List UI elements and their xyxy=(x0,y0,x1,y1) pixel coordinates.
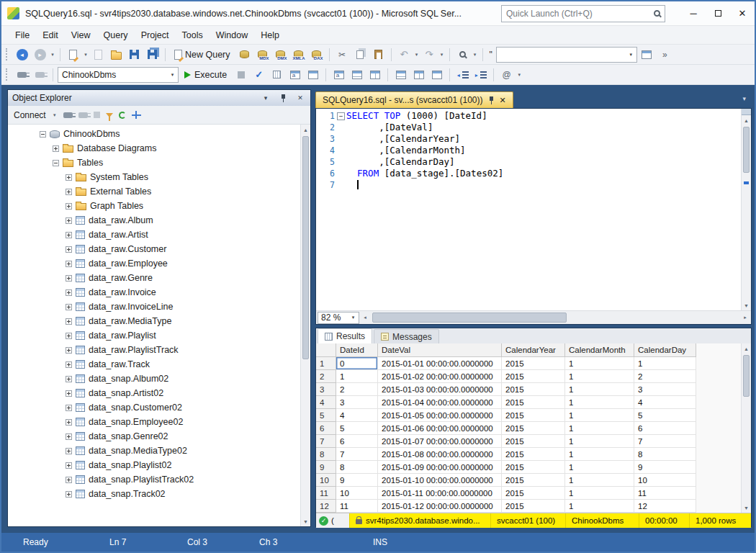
tree-expander-icon[interactable] xyxy=(66,390,72,397)
cell-dateid[interactable]: 6 xyxy=(336,435,378,448)
cell-calendarday[interactable]: 5 xyxy=(634,409,696,422)
results-to-text-button[interactable] xyxy=(330,66,347,83)
tree-item[interactable]: data_raw.InvoiceLine xyxy=(8,300,300,314)
uncomment-button[interactable] xyxy=(410,66,427,83)
tree-item[interactable]: data_raw.Playlist xyxy=(8,328,300,343)
row-number-cell[interactable]: 4 xyxy=(316,396,336,409)
cell-dateval[interactable]: 2015-01-03 00:00:00.0000000 xyxy=(378,383,502,396)
comment-button[interactable] xyxy=(392,66,409,83)
menu-item[interactable]: Project xyxy=(135,27,176,43)
code-line[interactable]: 2 ,[DateVal] xyxy=(316,122,741,133)
copy-button[interactable] xyxy=(352,46,369,63)
tree-item[interactable]: Graph Tables xyxy=(8,199,300,213)
undo-button[interactable] xyxy=(396,46,413,63)
fold-margin[interactable] xyxy=(335,133,346,145)
tab-results[interactable]: Results xyxy=(318,328,372,343)
tab-close-icon[interactable]: ✕ xyxy=(500,96,506,105)
tree-item[interactable]: Database Diagrams xyxy=(8,141,300,156)
estimated-plan-button[interactable] xyxy=(269,66,285,83)
decrease-indent-button[interactable] xyxy=(454,66,471,83)
zoom-caret[interactable]: ▾ xyxy=(348,313,359,323)
panel-close-button[interactable]: ✕ xyxy=(294,92,306,104)
redo-dropdown-caret[interactable]: ▾ xyxy=(439,52,445,58)
row-number-cell[interactable]: 2 xyxy=(316,370,336,383)
column-header-dateid[interactable]: DateId xyxy=(336,343,378,357)
connect-menu-button[interactable]: Connect xyxy=(14,110,46,120)
undo-dropdown-caret[interactable]: ▾ xyxy=(414,52,420,58)
window-layout-button[interactable] xyxy=(639,46,655,63)
code-line[interactable]: 7 xyxy=(316,179,741,191)
tree-expander-icon[interactable] xyxy=(40,131,46,138)
results-to-grid-button[interactable] xyxy=(348,66,365,83)
database-engine-query-button[interactable] xyxy=(236,46,253,63)
tree-expander-icon[interactable] xyxy=(66,405,72,411)
tree-expander-icon[interactable] xyxy=(66,304,72,310)
tree-expander-icon[interactable] xyxy=(66,232,72,238)
row-number-cell[interactable]: 6 xyxy=(316,422,336,435)
connect-button[interactable] xyxy=(14,66,30,83)
available-databases-combo[interactable]: ChinookDbms ▾ xyxy=(58,67,179,83)
row-number-cell[interactable]: 11 xyxy=(316,487,336,500)
dmx-query-button[interactable]: DMX xyxy=(272,46,289,63)
cell-dateid[interactable]: 3 xyxy=(336,396,378,409)
results-to-file-button[interactable] xyxy=(366,66,383,83)
row-number-cell[interactable]: 9 xyxy=(316,461,336,474)
find-combo-caret[interactable]: ▾ xyxy=(626,48,636,62)
row-number-cell[interactable]: 8 xyxy=(316,448,336,461)
cell-calendarday[interactable]: 2 xyxy=(634,370,696,383)
cell-calendarmonth[interactable]: 1 xyxy=(565,357,634,370)
tree-item[interactable]: ChinookDbms xyxy=(8,127,300,141)
navigate-backward-button[interactable]: ◂ xyxy=(14,46,30,63)
tree-expander-icon[interactable] xyxy=(66,477,72,483)
new-query-button[interactable]: New Query xyxy=(170,46,235,63)
server-connect-icon[interactable] xyxy=(63,112,73,118)
fold-margin[interactable] xyxy=(335,179,346,191)
scroll-down-arrow[interactable]: ▼ xyxy=(742,300,751,310)
code-line[interactable]: 4 ,[CalendarMonth] xyxy=(316,145,741,156)
cell-dateval[interactable]: 2015-01-10 00:00:00.0000000 xyxy=(378,474,502,487)
stop-icon[interactable] xyxy=(94,112,100,118)
tree-expander-icon[interactable] xyxy=(66,318,72,325)
column-header-calendaryear[interactable]: CalendarYear xyxy=(502,343,565,357)
close-button[interactable]: ✕ xyxy=(730,1,755,25)
cell-dateval[interactable]: 2015-01-02 00:00:00.0000000 xyxy=(378,370,502,383)
cell-dateid[interactable]: 10 xyxy=(336,487,378,500)
editor-horizontal-scrollbar[interactable] xyxy=(371,311,739,324)
grid-corner-cell[interactable] xyxy=(316,343,336,357)
scroll-up-arrow[interactable]: ▲ xyxy=(742,115,751,125)
row-number-cell[interactable]: 7 xyxy=(316,435,336,448)
tree-expander-icon[interactable] xyxy=(66,261,72,267)
cell-calendarmonth[interactable]: 1 xyxy=(565,500,634,513)
cell-calendarmonth[interactable]: 1 xyxy=(565,461,634,474)
find-combo[interactable]: ▾ xyxy=(496,47,637,63)
scroll-left-arrow[interactable]: ◂ xyxy=(359,311,371,324)
tree-item[interactable]: data_raw.Employee xyxy=(8,256,300,271)
cell-calendaryear[interactable]: 2015 xyxy=(502,422,565,435)
cell-dateid[interactable]: 0 xyxy=(336,357,378,370)
find-button[interactable] xyxy=(454,46,471,63)
tree-item[interactable]: data_snap.Playlist02 xyxy=(8,458,300,472)
cell-dateval[interactable]: 2015-01-05 00:00:00.0000000 xyxy=(378,409,502,422)
row-number-cell[interactable]: 5 xyxy=(316,409,336,422)
cell-calendarmonth[interactable]: 1 xyxy=(565,409,634,422)
tree-expander-icon[interactable] xyxy=(66,433,72,440)
cell-dateval[interactable]: 2015-01-08 00:00:00.0000000 xyxy=(378,448,502,461)
filter-icon[interactable] xyxy=(106,113,113,117)
tree-item[interactable]: data_snap.Genre02 xyxy=(8,429,300,444)
menu-item[interactable]: Tools xyxy=(176,27,210,43)
cell-dateval[interactable]: 2015-01-09 00:00:00.0000000 xyxy=(378,461,502,474)
editor-vertical-scrollbar[interactable]: ▲ ▼ xyxy=(741,109,751,310)
code-line[interactable]: 5 ,[CalendarDay] xyxy=(316,156,741,168)
cell-dateid[interactable]: 1 xyxy=(336,370,378,383)
cell-dateid[interactable]: 5 xyxy=(336,422,378,435)
intellisense-button[interactable] xyxy=(305,66,321,83)
tree-item[interactable]: Tables xyxy=(8,156,300,170)
cell-calendarday[interactable]: 12 xyxy=(634,500,696,513)
menu-item[interactable]: Window xyxy=(210,27,254,43)
tree-item[interactable]: External Tables xyxy=(8,184,300,199)
tree-expander-icon[interactable] xyxy=(66,376,72,382)
cell-calendarday[interactable]: 11 xyxy=(634,487,696,500)
zoom-combo[interactable]: 82 % ▾ xyxy=(318,312,359,324)
menu-item[interactable]: File xyxy=(9,27,36,43)
column-header-calendarmonth[interactable]: CalendarMonth xyxy=(565,343,634,357)
